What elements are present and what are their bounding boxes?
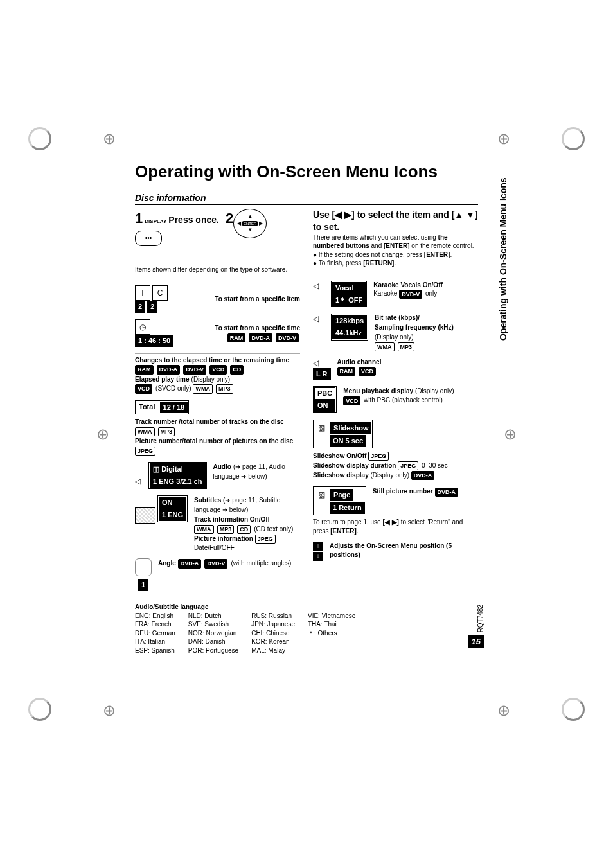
osd-box: ON 1 ENG	[157, 495, 188, 522]
speaker-icon	[313, 314, 324, 323]
step-action: Use [◀ ▶] to select the item and [▲ ▼] t…	[313, 209, 478, 233]
item-label: Karaoke Vocals On/Off	[373, 281, 478, 290]
speaker-icon	[313, 358, 324, 367]
registration-circle	[28, 698, 51, 721]
osd-box: Total 12 / 18	[135, 400, 189, 415]
osd-box: ▧ Page 1 Return	[313, 486, 366, 515]
osd-value: 1 : 46 : 50	[135, 335, 173, 347]
item-label: Date/Full/OFF	[194, 544, 300, 553]
osd-box: ◫ Digital 1 ENG 3/2.1 ch	[148, 462, 206, 489]
format-tags: WMA MP3 CD (CD text only)	[194, 524, 300, 534]
osd-box: PBC ON	[313, 386, 337, 413]
format-tags: VCD (SVCD only) WMA MP3	[135, 384, 300, 393]
note-text: To return to page 1, use [◀ ▶] to select…	[313, 518, 478, 535]
enter-dpad-icon: ▲ ◀ENTER▶ ▼	[233, 209, 267, 238]
crop-mark: ⊕	[497, 700, 510, 721]
angle-icon	[135, 558, 152, 576]
item-label: Angle	[158, 560, 176, 567]
section-heading: Disc information	[135, 192, 478, 205]
crop-mark: ⊕	[103, 700, 116, 721]
side-tab-label: Operating with On-Screen Menu Icons	[497, 177, 510, 341]
osd-value: L R	[313, 368, 331, 380]
item-label: To start from a specific time	[180, 324, 300, 333]
subtitle-icon	[135, 507, 155, 524]
item-suffix: (Display only)	[191, 376, 231, 383]
registration-circle	[562, 698, 585, 721]
registration-circle	[28, 127, 51, 150]
crop-mark: ⊕	[497, 128, 510, 149]
chapter-icon: C	[152, 285, 168, 301]
item-label: To start from a specific item	[174, 295, 300, 304]
bullet: ● To finish, press [RETURN].	[313, 259, 478, 268]
osd-box: 128kbps 44.1kHz	[331, 314, 368, 341]
position-icon: ↑↓	[313, 542, 323, 561]
page-footer: RQT7482 15	[468, 605, 484, 648]
display-caption: DISPLAY	[145, 218, 166, 224]
step-action: Press once.	[168, 215, 219, 225]
osd-value: 1	[138, 579, 148, 591]
item-suffix: VCD with PBC (playback control)	[343, 396, 478, 405]
speaker-icon	[313, 281, 324, 290]
item-label: Audio channel	[337, 358, 382, 367]
item-label: Track information On/Off	[194, 516, 270, 523]
crop-mark: ⊕	[103, 128, 116, 149]
display-button-icon: •••	[135, 231, 162, 246]
item-label: Audio	[213, 463, 231, 470]
osd-value: 2	[135, 301, 145, 313]
format-tags: RAM DVD-A DVD-V	[180, 333, 300, 342]
item-label: Elapsed play time	[135, 376, 189, 383]
osd-box: Vocal 1＊ OFF	[331, 281, 367, 308]
item-label: Picture number/total number of pictures …	[135, 438, 293, 445]
item-label: Picture information	[194, 535, 253, 542]
page-title: Operating with On-Screen Menu Icons	[135, 161, 478, 183]
item-label: Changes to the elapsed time or the remai…	[135, 356, 300, 365]
item-suffix: Karaoke DVD-V only	[373, 289, 478, 298]
clock-icon: ◷	[135, 319, 150, 335]
title-icon: T	[135, 285, 150, 301]
lang-table: ENG: EnglishFRA: FrenchDEU: GermanITA: I…	[135, 612, 478, 655]
format-tags: WMA MP3	[375, 342, 478, 351]
note-text: There are items which you can select usi…	[313, 233, 478, 251]
step-number: 1	[135, 210, 143, 226]
osd-value: 2	[147, 301, 157, 313]
crop-mark: ⊕	[96, 424, 109, 445]
format-tags: RAM VCD	[337, 366, 382, 376]
speaker-icon	[135, 476, 147, 485]
lang-heading: Audio/Subtitle language	[135, 603, 478, 612]
step-number: 2	[226, 209, 233, 228]
item-label: Track number /total number of tracks on …	[135, 418, 284, 425]
note-text: Items shown differ depending on the type…	[135, 265, 300, 274]
bullet: ● If the setting does not change, press …	[313, 251, 478, 260]
item-label: Adjusts the On-Screen Menu position (5 p…	[330, 542, 478, 559]
registration-circle	[562, 127, 585, 150]
item-label: Bit rate (kbps)/	[375, 314, 478, 323]
format-tags: RAM DVD-A DVD-V VCD CD	[135, 364, 300, 374]
crop-mark: ⊕	[504, 424, 517, 445]
osd-box: ▧ Slideshow ON 5 sec	[313, 420, 373, 448]
item-label: Subtitles	[194, 497, 221, 504]
